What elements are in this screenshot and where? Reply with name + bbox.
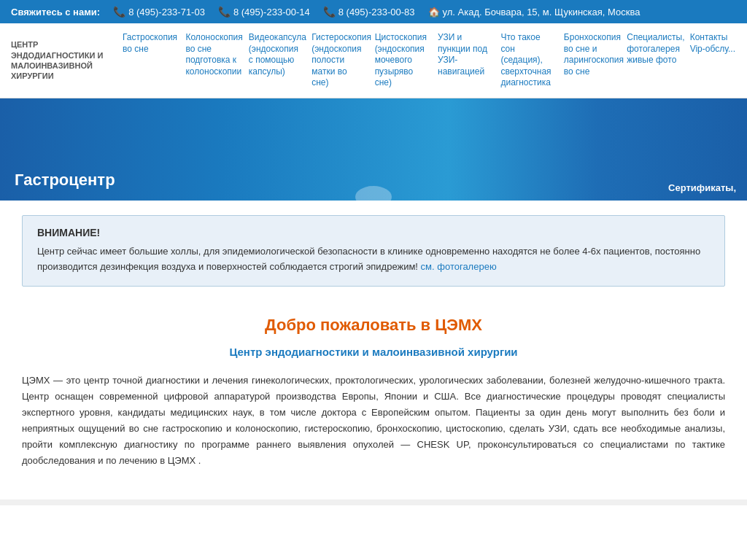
nav-item-cystoscopy[interactable]: Цистоскопия (эндоскопия мочевого пузыряв… [369,29,432,92]
phone-1-icon: 📞 [113,6,125,18]
nav-item-colonoscopy[interactable]: Колоноскопия во сне подготовка к колонос… [179,29,242,92]
logo-text: ЦЕНТР ЭНДОДИАГНОСТИКИ И МАЛОИНВАЗИВНОЙ Х… [11,39,106,81]
center-subtitle: Центр эндодиагностики и малоинвазивной х… [22,346,725,358]
phone-3-item[interactable]: 📞 8 (495)-233-00-83 [323,6,415,18]
main-body-text: ЦЭМХ — это центр точной диагностики и ле… [22,373,725,470]
nav-item-sleep[interactable]: Что такое сон (седация), сверхточная диа… [495,29,557,92]
address-icon: 🏠 [428,7,440,18]
top-bar: Свяжитесь с нами: 📞 8 (495)-233-71-03 📞 … [0,0,747,23]
alert-body: Центр сейчас имеет большие холлы, для эп… [37,246,700,272]
alert-link[interactable]: см. фотогалерею [421,261,497,272]
hero-title: Гастроцентр [15,171,115,190]
contact-label: Свяжитесь с нами: [11,7,100,18]
hero-decoration [355,186,392,201]
nav-item-hysteroscopy[interactable]: Гистероскопия (эндоскопия полости матки … [306,29,368,92]
hero-banner: Гастроцентр Сертификаты, [0,98,747,201]
bottom-strip [0,499,747,505]
nav-area: ЦЕНТР ЭНДОДИАГНОСТИКИ И МАЛОИНВАЗИВНОЙ Х… [0,23,747,98]
phone-3-icon: 📞 [323,6,336,18]
welcome-title: Добро пожаловать в ЦЭМХ [22,316,725,335]
nav-item-gastroscopy[interactable]: Гастроскопия во сне [117,29,179,92]
nav-items: Гастроскопия во сне Колоноскопия во сне … [117,29,747,92]
nav-item-bronchoscopy[interactable]: Бронхоскопия во сне и ларингоскопия во с… [558,29,621,92]
alert-text: Центр сейчас имеет большие холлы, для эп… [37,244,710,275]
logo: ЦЕНТР ЭНДОДИАГНОСТИКИ И МАЛОИНВАЗИВНОЙ Х… [0,29,117,92]
nav-item-contacts[interactable]: Контакты Vip-обслу... [684,29,747,92]
address-item: 🏠 ул. Акад. Бочвара, 15, м. Щукинская, М… [428,7,640,18]
hero-certs: Сертификаты, [668,182,736,193]
phone-2-item[interactable]: 📞 8 (495)-233-00-14 [218,6,310,18]
address-text: ул. Акад. Бочвара, 15, м. Щукинская, Мос… [443,7,640,18]
nav-item-videocapsule[interactable]: Видеокапсула (эндоскопия с помощью капсу… [243,29,306,92]
main-paragraph: ЦЭМХ — это центр точной диагностики и ле… [22,373,725,470]
phone-3: 8 (495)-233-00-83 [338,7,415,18]
nav-item-uzi[interactable]: УЗИ и пункции под УЗИ-навигацией [432,29,495,92]
phone-2-icon: 📞 [218,6,231,18]
main-content: Добро пожаловать в ЦЭМХ Центр эндодиагно… [0,301,747,493]
phone-1-item[interactable]: 📞 8 (495)-233-71-03 [113,6,205,18]
nav-item-specialists[interactable]: Специалисты, фотогалерея живые фото [621,29,684,92]
alert-title: ВНИМАНИЕ! [37,227,710,238]
phone-2: 8 (495)-233-00-14 [233,7,310,18]
phone-1: 8 (495)-233-71-03 [128,7,205,18]
alert-box: ВНИМАНИЕ! Центр сейчас имеет большие хол… [22,215,725,287]
